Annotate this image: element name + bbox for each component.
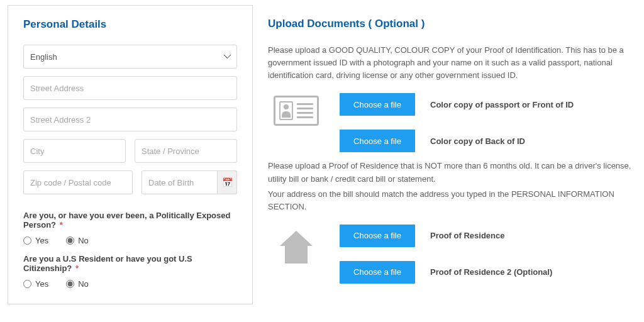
street-address-2-input[interactable] (23, 108, 237, 131)
id-back-upload-button[interactable]: Choose a file (340, 130, 415, 152)
por1-label: Proof of Residence (430, 225, 633, 247)
id-card-icon (268, 93, 325, 126)
por-instructions-2: Your address on the bill should match th… (268, 188, 633, 213)
id-front-upload-button[interactable]: Choose a file (340, 93, 415, 116)
personal-details-heading: Personal Details (23, 18, 237, 31)
us-yes-option[interactable]: Yes (23, 279, 48, 289)
calendar-icon[interactable]: 📅 (218, 170, 237, 194)
id-front-label: Color copy of passport or Front of ID (430, 93, 633, 116)
por2-upload-button[interactable]: Choose a file (340, 261, 415, 284)
pep-radio-group: Yes No (23, 236, 237, 245)
house-icon (268, 225, 325, 267)
svg-marker-0 (280, 231, 313, 264)
pep-question: Are you, or have you ever been, a Politi… (23, 211, 237, 230)
poi-upload-group: Choose a file Choose a file Color copy o… (268, 93, 633, 152)
us-no-option[interactable]: No (66, 279, 89, 289)
dob-input[interactable] (142, 170, 218, 194)
por-instructions-1: Please upload a Proof of Residence that … (268, 160, 633, 185)
personal-details-panel: Personal Details English 📅 Are you, or h… (8, 5, 253, 304)
poi-instructions: Please upload a GOOD QUALITY, COLOUR COP… (268, 44, 633, 82)
id-back-label: Color copy of Back of ID (430, 130, 633, 152)
city-input[interactable] (23, 139, 126, 163)
us-question: Are you a U.S Resident or have you got U… (23, 254, 237, 273)
por1-upload-button[interactable]: Choose a file (340, 225, 415, 247)
por2-label: Proof of Residence 2 (Optional) (430, 261, 633, 284)
upload-heading: Upload Documents ( Optional ) (268, 18, 633, 30)
pep-yes-option[interactable]: Yes (23, 236, 48, 245)
svg-rect-2 (294, 252, 298, 255)
us-radio-group: Yes No (23, 279, 237, 289)
street-address-input[interactable] (23, 76, 237, 100)
language-select[interactable]: English (23, 45, 237, 69)
upload-documents-panel: Upload Documents ( Optional ) Please upl… (268, 5, 636, 304)
por-upload-group: Choose a file Choose a file Proof of Res… (268, 225, 633, 284)
pep-no-option[interactable]: No (66, 236, 89, 245)
state-input[interactable] (135, 139, 237, 163)
zip-input[interactable] (23, 170, 133, 194)
